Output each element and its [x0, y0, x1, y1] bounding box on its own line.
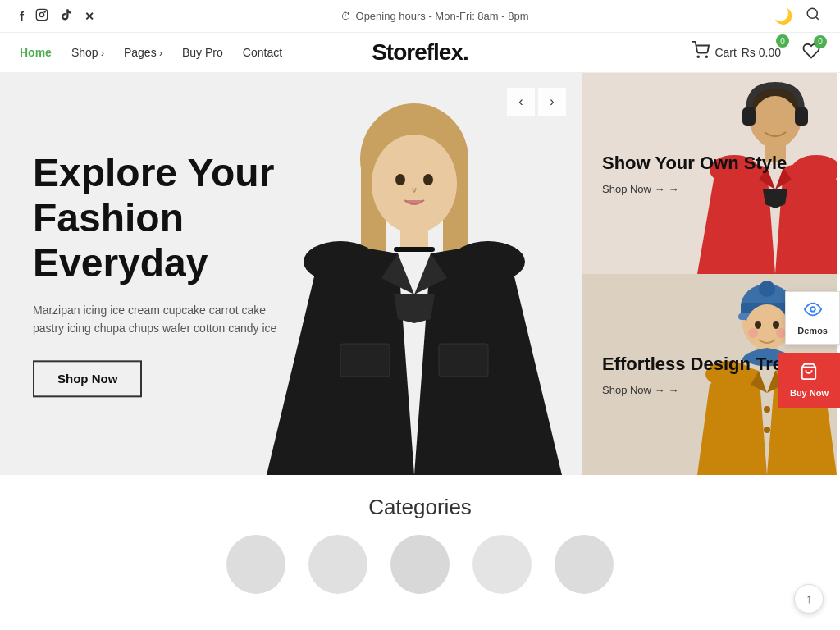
instagram-icon[interactable]: [35, 8, 48, 25]
navbar: Home Shop Pages Buy Pro Contact Storefle…: [0, 33, 840, 73]
top-bar-actions: 🌙: [774, 7, 820, 25]
category-item-2[interactable]: [308, 535, 368, 594]
svg-point-40: [764, 427, 770, 433]
hero-shop-now-button[interactable]: Shop Now: [33, 361, 142, 398]
nav-pages[interactable]: Pages: [124, 46, 162, 59]
nav-buy-pro[interactable]: Buy Pro: [182, 46, 223, 59]
svg-point-22: [752, 96, 798, 148]
nav-right: 0 Cart Rs 0.00 0: [692, 41, 820, 64]
nav-left: Home Shop Pages Buy Pro Contact: [20, 46, 282, 59]
categories-title: Categories: [20, 495, 820, 520]
svg-point-32: [759, 281, 775, 297]
top-bar: f ✕ ⏱ Opening hours - Mon-Fri: 8am - 8pm…: [0, 0, 840, 33]
hero-side-banners: Show Your Own Style Shop Now →: [582, 73, 837, 475]
category-circle-1: [226, 535, 285, 594]
svg-point-6: [706, 56, 708, 57]
side-banner-2-title: Effortless Design Trend: [602, 353, 805, 377]
svg-rect-17: [439, 344, 488, 377]
search-icon[interactable]: [806, 7, 820, 25]
tiktok-icon[interactable]: [60, 8, 73, 24]
demos-label: Demos: [797, 326, 828, 336]
svg-point-35: [773, 321, 779, 329]
hero-title: Explore Your Fashion Everyday: [33, 150, 295, 286]
hero-section: Explore Your Fashion Everyday Marzipan i…: [0, 73, 840, 475]
side-banner-1-text: Show Your Own Style Shop Now →: [602, 152, 787, 196]
category-item-5[interactable]: [555, 535, 614, 594]
hero-main-banner: Explore Your Fashion Everyday Marzipan i…: [0, 73, 582, 475]
opening-hours: ⏱ Opening hours - Mon-Fri: 8am - 8pm: [340, 10, 529, 22]
svg-point-2: [44, 11, 45, 11]
buy-now-label: Buy Now: [790, 388, 829, 398]
svg-point-3: [807, 8, 817, 18]
svg-line-4: [815, 16, 818, 19]
hero-navigation: ‹ ›: [507, 88, 566, 116]
svg-point-13: [423, 174, 433, 185]
category-circle-2: [308, 535, 368, 594]
clock-icon: ⏱: [340, 10, 351, 22]
svg-point-36: [748, 328, 758, 338]
svg-point-11: [372, 135, 457, 233]
nav-contact[interactable]: Contact: [243, 46, 282, 59]
svg-rect-24: [795, 107, 808, 126]
wishlist-button[interactable]: 0: [802, 42, 820, 64]
brand-logo[interactable]: Storeflex.: [372, 39, 468, 66]
buy-now-floating-button[interactable]: Buy Now: [778, 353, 840, 408]
category-item-4[interactable]: [472, 535, 532, 594]
categories-section: Categories: [0, 475, 840, 602]
category-item-3[interactable]: [390, 535, 450, 594]
hero-image: [262, 81, 566, 475]
buy-now-bag-icon: [800, 363, 818, 385]
svg-rect-0: [36, 9, 47, 20]
scroll-top-icon: ↑: [806, 591, 812, 606]
cart-button[interactable]: 0 Cart Rs 0.00: [692, 41, 781, 64]
svg-point-12: [395, 174, 405, 185]
side-banner-1-link[interactable]: Shop Now →: [602, 183, 787, 195]
demos-floating-button[interactable]: Demos: [785, 291, 840, 345]
svg-rect-23: [742, 107, 756, 126]
cart-label: Cart Rs 0.00: [714, 46, 781, 59]
side-banner-2-link[interactable]: Shop Now →: [602, 384, 805, 396]
category-circle-4: [472, 535, 532, 594]
side-banner-2-text: Effortless Design Trend Shop Now →: [602, 353, 805, 397]
svg-point-5: [698, 56, 700, 57]
cart-badge: 0: [776, 34, 789, 48]
category-item-1[interactable]: [226, 535, 285, 594]
svg-point-34: [755, 321, 761, 329]
x-icon[interactable]: ✕: [84, 10, 94, 23]
side-banner-1-title: Show Your Own Style: [602, 152, 787, 176]
svg-point-43: [810, 307, 815, 312]
cart-icon: [692, 41, 710, 64]
dark-mode-icon[interactable]: 🌙: [774, 7, 792, 25]
hero-description: Marzipan icing ice cream cupcake carrot …: [33, 301, 295, 338]
svg-point-39: [764, 406, 770, 413]
hero-next-button[interactable]: ›: [538, 88, 566, 116]
hours-text: Opening hours - Mon-Fri: 8am - 8pm: [356, 10, 529, 22]
side-banner-1[interactable]: Show Your Own Style Shop Now →: [582, 73, 837, 274]
nav-shop[interactable]: Shop: [71, 46, 104, 59]
categories-row: [20, 535, 820, 594]
hero-prev-button[interactable]: ‹: [507, 88, 535, 116]
category-circle-3: [390, 535, 450, 594]
facebook-icon[interactable]: f: [20, 9, 24, 23]
category-circle-5: [555, 535, 614, 594]
demos-eye-icon: [804, 300, 822, 322]
social-links: f ✕: [20, 8, 94, 25]
wishlist-badge: 0: [814, 35, 827, 48]
svg-rect-15: [394, 247, 435, 252]
svg-point-37: [776, 328, 786, 338]
scroll-to-top-button[interactable]: ↑: [794, 584, 824, 614]
hero-content: Explore Your Fashion Everyday Marzipan i…: [33, 150, 295, 397]
svg-point-1: [39, 12, 43, 16]
svg-rect-16: [340, 344, 390, 377]
nav-home[interactable]: Home: [20, 46, 52, 59]
